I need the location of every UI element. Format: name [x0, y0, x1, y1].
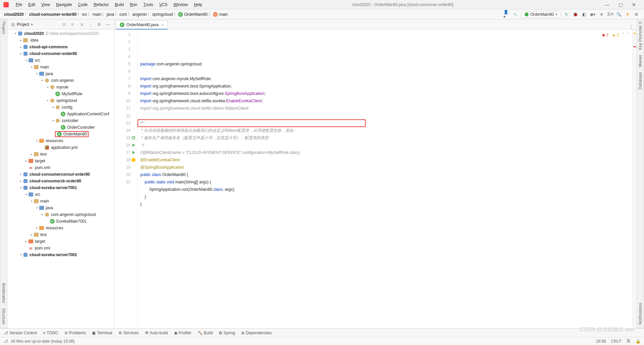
tree-test[interactable]: ▸test: [7, 231, 114, 238]
status-encoding[interactable]: CRLF: [611, 339, 622, 344]
menu-window[interactable]: Window: [170, 2, 191, 7]
bottom-dependencies[interactable]: ≣Dependencies: [241, 331, 272, 335]
code-line-12[interactable]: */: [140, 141, 629, 149]
code-line-1[interactable]: package com.angenin.springcloud;: [140, 60, 629, 68]
tree-myselfrule[interactable]: CMySelfRule: [7, 91, 114, 97]
tree-applicationcontextconf[interactable]: CApplicationContextConf: [7, 111, 114, 117]
tree-ordermain80[interactable]: COrderMain80: [7, 131, 114, 137]
code-line-15[interactable]: @SpringBootApplication: [140, 164, 629, 171]
tree-main[interactable]: ▾main: [7, 64, 114, 70]
code-line-6[interactable]: import org.springframework.cloud.netflix…: [140, 97, 629, 105]
bottom-auto-build[interactable]: ⚒Auto-build: [145, 331, 168, 335]
bottom-services[interactable]: ⚙Services: [118, 331, 139, 335]
tree-java[interactable]: ▾java: [7, 205, 114, 211]
code-line-3[interactable]: import com.angenin.myrule.MySelfRule;: [140, 75, 629, 82]
search-icon[interactable]: 🔍: [615, 11, 622, 18]
tree-pom-xml[interactable]: mpom.xml: [7, 245, 114, 251]
tree-cloud-consumer-order80[interactable]: ▾cloud-consumer-order80: [7, 50, 114, 57]
right-tool-notifications[interactable]: Notifications: [638, 303, 643, 325]
profile-icon[interactable]: ◉▾: [589, 11, 596, 18]
bottom-version-control[interactable]: ⎇Version Control: [3, 331, 37, 335]
left-tool-structure[interactable]: Structure: [1, 308, 6, 325]
menu-refactor[interactable]: Refactor: [91, 2, 112, 7]
tree-application-yml[interactable]: application.yml: [7, 144, 114, 151]
bottom-terminal[interactable]: ▣Terminal: [92, 331, 112, 335]
tree-target[interactable]: ▸target: [7, 158, 114, 164]
tree-controller[interactable]: ▾controller: [7, 117, 114, 124]
right-tool-maven[interactable]: Maven: [638, 55, 643, 67]
tree-cloud-eureka-server7002[interactable]: ▾cloud-eureka-server7002: [7, 251, 114, 258]
settings-icon[interactable]: ⚙: [633, 11, 640, 18]
menu-code[interactable]: Code: [75, 2, 91, 7]
menu-vcs[interactable]: VCS: [156, 2, 171, 7]
coverage-icon[interactable]: ◧: [581, 11, 587, 18]
code-line-13[interactable]: //@RibbonClient(name = "CLOUD-PAYMENT-SE…: [140, 149, 629, 156]
breadcrumb-ordermain80[interactable]: COrderMain80: [177, 12, 208, 17]
right-tool-database[interactable]: Database: [638, 72, 643, 89]
close-button[interactable]: ✕: [627, 0, 641, 9]
left-tool-bookmarks[interactable]: Bookmarks: [1, 283, 6, 303]
gutter-triangle-green[interactable]: [132, 143, 135, 147]
tree-cloud-consumerzk-order80[interactable]: ▸cloud-consumerzk-order80: [7, 178, 114, 184]
options-icon[interactable]: ⋮: [89, 22, 93, 27]
code-line-9[interactable]: /**: [140, 119, 629, 127]
menu-edit[interactable]: Edit: [25, 2, 38, 7]
collapse-icon[interactable]: ⇲: [80, 22, 85, 27]
status-lang[interactable]: 英: [627, 338, 631, 344]
bottom-problems[interactable]: ⊘Problems: [64, 331, 86, 335]
tree-pom-xml[interactable]: mpom.xml: [7, 164, 114, 171]
menu-view[interactable]: View: [38, 2, 53, 7]
tab-ordermain80[interactable]: C OrderMain80.java ×: [116, 20, 168, 30]
tree-src[interactable]: ▾src: [7, 191, 114, 198]
back-arrow-icon[interactable]: ↖: [512, 11, 519, 18]
breadcrumb-src[interactable]: src: [81, 12, 88, 17]
menu-help[interactable]: Help: [191, 2, 205, 7]
tree-java[interactable]: ▾java: [7, 70, 114, 77]
bottom-spring[interactable]: ✿Spring: [219, 331, 235, 335]
tree-eurekamain7001[interactable]: CEurekaMain7001: [7, 218, 114, 225]
tree-config[interactable]: ▾config: [7, 104, 114, 111]
menu-navigate[interactable]: Navigate: [53, 2, 75, 7]
tab-close-icon[interactable]: ×: [161, 22, 164, 27]
sync-icon[interactable]: ↻: [563, 11, 570, 18]
gear-icon[interactable]: ⚙: [97, 22, 102, 27]
tree-cloud-api-commons[interactable]: ▸cloud-api-commons: [7, 44, 114, 50]
bottom-profiler[interactable]: ◉Profiler: [174, 331, 192, 335]
code-line-18[interactable]: SpringApplication.run(OrderMain80.class,…: [140, 186, 629, 193]
gutter-triangle-green[interactable]: [132, 151, 135, 154]
gutter-bulb[interactable]: [131, 158, 136, 162]
code-line-10[interactable]: * 在启动该微服的时候就能去加载我们的自定义Ribbon配置类，从而使配置生效，…: [140, 127, 629, 134]
code-line-7[interactable]: import org.springframework.cloud.netflix…: [140, 105, 629, 112]
left-tool-project[interactable]: Project: [1, 21, 6, 34]
menu-file[interactable]: File: [13, 2, 25, 7]
bottom-todo[interactable]: ≡TODO: [43, 331, 58, 335]
run-configuration-selector[interactable]: OrderMain80 ▾: [522, 11, 560, 18]
tree-resources[interactable]: ▾resources: [7, 137, 114, 144]
scroll-indicator[interactable]: [632, 30, 637, 328]
stop-icon[interactable]: ■: [598, 11, 605, 18]
code-editor[interactable]: 123456789101112131415161718192021 ◆ 2 ▲ …: [115, 30, 637, 328]
locate-icon[interactable]: ⊙: [62, 22, 67, 27]
code-line-21[interactable]: [140, 208, 629, 215]
menu-tools[interactable]: Tools: [140, 2, 156, 7]
gutter-circle-green[interactable]: [132, 136, 135, 139]
vcs-status-icon[interactable]: ⎇: [3, 339, 8, 344]
project-dropdown-icon[interactable]: ▾: [31, 22, 33, 27]
tree-cloud-eureka-server7001[interactable]: ▾cloud-eureka-server7001: [7, 184, 114, 191]
right-tool-keypromoter[interactable]: Key Promoter X: [638, 21, 643, 50]
code-line-20[interactable]: }: [140, 200, 629, 208]
code-line-14[interactable]: @EnableEurekaClient: [140, 156, 629, 164]
tree-target[interactable]: ▸target: [7, 238, 114, 245]
tree--idea[interactable]: ▸.idea: [7, 37, 114, 44]
tree-myrule[interactable]: ▾myrule: [7, 84, 114, 91]
project-tree[interactable]: ▾cloud2020E:\idea-workspace\cloud2020▸.i…: [7, 30, 114, 328]
tree-com-angenin[interactable]: ▾com.angenin: [7, 77, 114, 84]
update-icon[interactable]: ⬆: [624, 11, 631, 18]
code-line-19[interactable]: }: [140, 193, 629, 200]
code-line-11[interactable]: * 服务生产者的服务名（配置文件是小写，这里是大写）、配置类的类型: [140, 134, 629, 141]
breadcrumb-cloud2020[interactable]: cloud2020: [3, 12, 24, 17]
tree-resources[interactable]: ▸resources: [7, 225, 114, 231]
breadcrumb-springcloud[interactable]: springcloud: [152, 12, 173, 17]
code-line-5[interactable]: import org.springframework.boot.autoconf…: [140, 90, 629, 97]
maximize-button[interactable]: ▢: [614, 0, 627, 9]
